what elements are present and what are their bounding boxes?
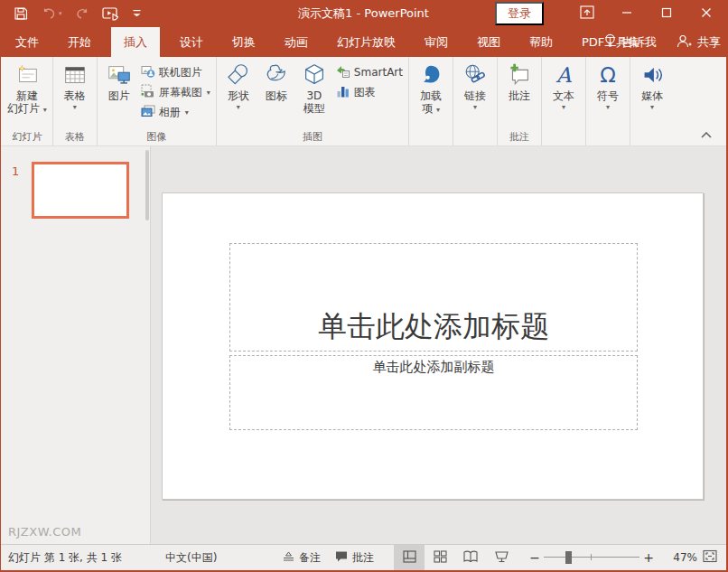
group-label-symbols [589, 131, 627, 145]
notes-toggle[interactable]: 备注 [275, 545, 328, 570]
comments-toggle[interactable]: 批注 [328, 545, 381, 570]
close-button[interactable] [686, 0, 726, 27]
media-button[interactable]: 媒体 ▾ [633, 58, 671, 111]
save-button[interactable] [14, 5, 28, 23]
picture-button[interactable]: 图片 [100, 58, 138, 102]
save-icon [14, 6, 28, 21]
bar-chart-icon [336, 84, 350, 101]
group-comments: 批注 批注 [498, 57, 542, 145]
group-media: 媒体 ▾ [630, 57, 674, 145]
photo-album-button[interactable]: 相册 ▾ [138, 102, 213, 122]
speaker-icon [639, 61, 666, 89]
group-slides: 新建 幻灯片 ▾ 幻灯片 [2, 57, 53, 145]
smartart-button[interactable]: SmartArt [333, 62, 406, 82]
group-label-media [633, 131, 671, 145]
undo-button[interactable]: ▾ [41, 5, 62, 23]
zoom-slider[interactable] [544, 545, 639, 570]
start-slideshow-button[interactable] [102, 5, 120, 23]
ribbon-insert: 新建 幻灯片 ▾ 幻灯片 表格 ▾ 表格 [1, 57, 726, 146]
dropdown-arrow-icon: ▾ [436, 106, 440, 114]
dropdown-arrow-icon: ▾ [73, 103, 77, 111]
tab-help[interactable]: 帮助 [517, 27, 565, 57]
tab-review[interactable]: 审阅 [412, 27, 461, 57]
duck-icon [263, 61, 290, 89]
watermark: RJZXW.COM [8, 525, 81, 539]
ribbon-display-options-icon [580, 5, 594, 22]
redo-button[interactable] [75, 5, 89, 23]
new-slide-button[interactable]: 新建 幻灯片 ▾ [5, 58, 50, 115]
tab-animations[interactable]: 动画 [272, 27, 321, 57]
tell-me-button[interactable]: 告诉我 [604, 33, 657, 51]
slide-thumbnail[interactable] [32, 162, 129, 219]
quick-access-toolbar: ▾ [1, 5, 141, 23]
tab-design[interactable]: 设计 [167, 27, 216, 57]
shapes-icon [225, 61, 252, 89]
minimize-button[interactable] [607, 0, 647, 27]
normal-view-icon [403, 550, 416, 566]
photo-album-icon [141, 104, 155, 121]
group-label-tables: 表格 [56, 131, 94, 145]
share-button[interactable]: 共享 [677, 34, 721, 51]
dropdown-arrow-icon: ▾ [207, 89, 210, 97]
zoom-control: − + 47% [526, 545, 717, 570]
add-ins-button[interactable]: 加载 项 ▾ [412, 58, 450, 115]
zoom-in-button[interactable]: + [639, 550, 658, 565]
slide-number: 1 [12, 164, 19, 178]
zoom-out-button[interactable]: − [526, 550, 544, 565]
symbol-button[interactable]: Ω 符号 ▾ [589, 58, 627, 111]
zoom-slider-handle[interactable] [565, 551, 572, 564]
powerpoint-window: ▾ 演示文稿1 - PowerPoint 登录 [0, 0, 728, 572]
sign-in-button[interactable]: 登录 [495, 2, 544, 25]
ribbon-display-options-button[interactable] [567, 0, 607, 27]
dropdown-arrow-icon: ▾ [185, 108, 189, 117]
group-images: 图片 联机图片 屏幕截图 ▾ [98, 57, 217, 145]
3d-models-button[interactable]: 3D 模型 [295, 58, 333, 115]
table-button[interactable]: 表格 ▾ [56, 58, 94, 111]
new-comment-button[interactable]: 批注 [500, 58, 538, 102]
maximize-button[interactable] [647, 0, 686, 27]
online-pictures-button[interactable]: 联机图片 [138, 62, 213, 82]
tab-transitions[interactable]: 切换 [219, 27, 268, 57]
table-icon [61, 61, 89, 89]
dropdown-arrow-icon: ▾ [650, 103, 654, 111]
subtitle-placeholder[interactable]: 单击此处添加副标题 [229, 355, 638, 430]
panel-scrollbar[interactable] [145, 150, 149, 220]
group-label-links [456, 131, 494, 145]
notes-icon [283, 551, 294, 565]
slide-sorter-icon [434, 550, 447, 566]
zoom-percentage[interactable]: 47% [661, 551, 697, 564]
screenshot-button[interactable]: 屏幕截图 ▾ [138, 82, 213, 102]
group-label-text [545, 131, 583, 145]
tab-home[interactable]: 开始 [55, 27, 104, 57]
collapse-ribbon-button[interactable] [701, 128, 712, 141]
tab-slideshow[interactable]: 幻灯片放映 [324, 27, 408, 57]
group-tables: 表格 ▾ 表格 [53, 57, 98, 145]
dropdown-arrow-icon: ▾ [606, 103, 610, 111]
normal-view-button[interactable] [394, 545, 425, 570]
title-placeholder-text: 单击此处添加标题 [230, 307, 637, 347]
group-text: A 文本 ▾ [542, 57, 586, 145]
group-label-illustrations: 插图 [219, 131, 406, 145]
3d-cube-icon [301, 61, 328, 89]
fit-slide-to-window-button[interactable] [703, 549, 717, 566]
text-button[interactable]: A 文本 ▾ [545, 58, 583, 111]
title-placeholder[interactable]: 单击此处添加标题 [229, 243, 638, 352]
icons-button[interactable]: 图标 [257, 58, 295, 102]
chart-button[interactable]: 图表 [333, 82, 406, 102]
tab-view[interactable]: 视图 [464, 27, 513, 57]
reading-view-button[interactable] [455, 545, 486, 570]
workspace: 1 RJZXW.COM 单击此处添加标题 单击此处添加副标题 [1, 146, 726, 544]
slideshow-view-button[interactable] [486, 545, 517, 570]
slide-sorter-view-button[interactable] [425, 545, 455, 570]
slide-editing-area[interactable]: 单击此处添加标题 单击此处添加副标题 [162, 192, 704, 500]
tab-file[interactable]: 文件 [3, 27, 51, 57]
shapes-button[interactable]: 形状 ▾ [219, 58, 257, 111]
title-bar: ▾ 演示文稿1 - PowerPoint 登录 [1, 0, 726, 27]
tab-insert[interactable]: 插入 [111, 27, 160, 57]
link-button[interactable]: 链接 ▾ [456, 58, 494, 111]
customize-qat-button[interactable] [133, 5, 141, 23]
subtitle-placeholder-text: 单击此处添加副标题 [230, 359, 637, 376]
language-indicator[interactable]: 中文(中国) [165, 550, 217, 566]
picture-icon [106, 61, 133, 89]
comment-icon [506, 61, 533, 89]
